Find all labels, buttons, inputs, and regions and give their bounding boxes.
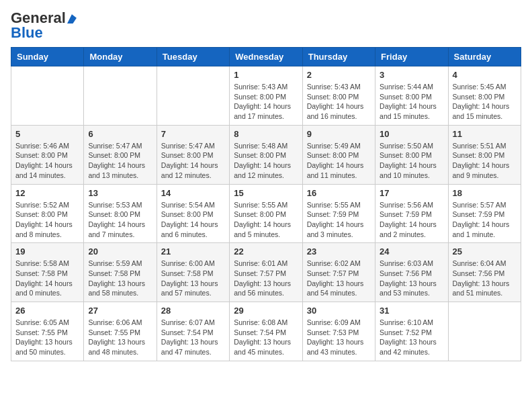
day-info: Sunrise: 5:48 AM Sunset: 8:00 PM Dayligh… <box>234 141 298 181</box>
calendar-cell: 20Sunrise: 5:59 AM Sunset: 7:58 PM Dayli… <box>84 243 157 302</box>
day-number: 15 <box>234 188 298 198</box>
calendar-week-row: 12Sunrise: 5:52 AM Sunset: 8:00 PM Dayli… <box>11 184 521 243</box>
day-info: Sunrise: 6:10 AM Sunset: 7:52 PM Dayligh… <box>380 318 443 357</box>
logo: General Blue <box>11 11 77 40</box>
calendar-table: SundayMondayTuesdayWednesdayThursdayFrid… <box>11 47 521 361</box>
day-number: 10 <box>380 129 443 139</box>
calendar-cell: 30Sunrise: 6:09 AM Sunset: 7:53 PM Dayli… <box>302 302 375 361</box>
calendar-cell: 15Sunrise: 5:55 AM Sunset: 8:00 PM Dayli… <box>230 184 302 243</box>
calendar-week-row: 26Sunrise: 6:05 AM Sunset: 7:55 PM Dayli… <box>11 302 521 361</box>
calendar-cell: 11Sunrise: 5:51 AM Sunset: 8:00 PM Dayli… <box>448 125 521 184</box>
day-info: Sunrise: 5:54 AM Sunset: 8:00 PM Dayligh… <box>161 200 225 240</box>
calendar-cell: 28Sunrise: 6:07 AM Sunset: 7:54 PM Dayli… <box>157 302 229 361</box>
day-info: Sunrise: 6:08 AM Sunset: 7:54 PM Dayligh… <box>234 318 298 357</box>
calendar-cell: 12Sunrise: 5:52 AM Sunset: 8:00 PM Dayli… <box>11 184 84 243</box>
logo-icon <box>67 14 77 24</box>
day-info: Sunrise: 6:02 AM Sunset: 7:57 PM Dayligh… <box>307 259 371 298</box>
calendar-cell: 26Sunrise: 6:05 AM Sunset: 7:55 PM Dayli… <box>11 302 84 361</box>
day-info: Sunrise: 6:07 AM Sunset: 7:54 PM Dayligh… <box>161 318 225 357</box>
logo-blue-text: Blue <box>11 24 43 41</box>
day-number: 13 <box>88 188 152 198</box>
day-number: 16 <box>307 188 371 198</box>
day-number: 4 <box>453 70 517 80</box>
day-info: Sunrise: 5:58 AM Sunset: 7:58 PM Dayligh… <box>15 259 79 298</box>
day-info: Sunrise: 5:43 AM Sunset: 8:00 PM Dayligh… <box>307 82 371 122</box>
day-info: Sunrise: 5:44 AM Sunset: 8:00 PM Dayligh… <box>380 82 443 122</box>
calendar-cell: 24Sunrise: 6:03 AM Sunset: 7:56 PM Dayli… <box>375 243 448 302</box>
day-info: Sunrise: 5:50 AM Sunset: 8:00 PM Dayligh… <box>380 141 443 181</box>
day-info: Sunrise: 5:47 AM Sunset: 8:00 PM Dayligh… <box>88 141 152 181</box>
day-number: 5 <box>15 129 79 139</box>
day-number: 28 <box>161 306 225 316</box>
calendar-cell: 19Sunrise: 5:58 AM Sunset: 7:58 PM Dayli… <box>11 243 84 302</box>
day-number: 20 <box>88 246 152 257</box>
day-info: Sunrise: 5:47 AM Sunset: 8:00 PM Dayligh… <box>161 141 225 181</box>
day-number: 27 <box>88 306 152 316</box>
calendar-cell <box>11 66 84 126</box>
day-number: 31 <box>380 306 443 316</box>
day-number: 6 <box>88 129 152 139</box>
calendar-cell: 3Sunrise: 5:44 AM Sunset: 8:00 PM Daylig… <box>375 66 448 126</box>
calendar-cell: 25Sunrise: 6:04 AM Sunset: 7:56 PM Dayli… <box>448 243 521 302</box>
day-number: 14 <box>161 188 225 198</box>
day-info: Sunrise: 5:56 AM Sunset: 7:59 PM Dayligh… <box>380 200 443 240</box>
day-info: Sunrise: 6:04 AM Sunset: 7:56 PM Dayligh… <box>453 259 517 298</box>
day-number: 12 <box>15 188 79 198</box>
day-number: 26 <box>15 306 79 316</box>
day-info: Sunrise: 6:01 AM Sunset: 7:57 PM Dayligh… <box>234 259 298 298</box>
calendar-week-row: 1Sunrise: 5:43 AM Sunset: 8:00 PM Daylig… <box>11 66 521 126</box>
day-number: 23 <box>307 246 371 257</box>
calendar-day-header: Monday <box>84 48 157 66</box>
day-info: Sunrise: 5:51 AM Sunset: 8:00 PM Dayligh… <box>453 141 517 181</box>
calendar-day-header: Saturday <box>448 48 521 66</box>
calendar-cell <box>448 302 521 361</box>
calendar-cell: 13Sunrise: 5:53 AM Sunset: 8:00 PM Dayli… <box>84 184 157 243</box>
calendar-cell: 7Sunrise: 5:47 AM Sunset: 8:00 PM Daylig… <box>157 125 229 184</box>
day-number: 18 <box>453 188 517 198</box>
calendar-day-header: Thursday <box>302 48 375 66</box>
calendar-cell: 8Sunrise: 5:48 AM Sunset: 8:00 PM Daylig… <box>230 125 302 184</box>
day-info: Sunrise: 5:45 AM Sunset: 8:00 PM Dayligh… <box>453 82 517 122</box>
day-number: 11 <box>453 129 517 139</box>
day-number: 21 <box>161 246 225 257</box>
calendar-week-row: 19Sunrise: 5:58 AM Sunset: 7:58 PM Dayli… <box>11 243 521 302</box>
calendar-day-header: Sunday <box>11 48 84 66</box>
calendar-cell: 18Sunrise: 5:57 AM Sunset: 7:59 PM Dayli… <box>448 184 521 243</box>
calendar-week-row: 5Sunrise: 5:46 AM Sunset: 8:00 PM Daylig… <box>11 125 521 184</box>
calendar-cell: 17Sunrise: 5:56 AM Sunset: 7:59 PM Dayli… <box>375 184 448 243</box>
calendar-cell: 31Sunrise: 6:10 AM Sunset: 7:52 PM Dayli… <box>375 302 448 361</box>
day-number: 24 <box>380 246 443 257</box>
calendar-cell: 16Sunrise: 5:55 AM Sunset: 7:59 PM Dayli… <box>302 184 375 243</box>
calendar-cell: 2Sunrise: 5:43 AM Sunset: 8:00 PM Daylig… <box>302 66 375 126</box>
calendar-cell: 27Sunrise: 6:06 AM Sunset: 7:55 PM Dayli… <box>84 302 157 361</box>
calendar-cell: 29Sunrise: 6:08 AM Sunset: 7:54 PM Dayli… <box>230 302 302 361</box>
day-number: 9 <box>307 129 371 139</box>
calendar-cell: 9Sunrise: 5:49 AM Sunset: 8:00 PM Daylig… <box>302 125 375 184</box>
day-number: 29 <box>234 306 298 316</box>
day-number: 22 <box>234 246 298 257</box>
day-number: 30 <box>307 306 371 316</box>
page-header: General Blue <box>11 11 521 40</box>
day-number: 3 <box>380 70 443 80</box>
calendar-day-header: Wednesday <box>230 48 302 66</box>
day-number: 25 <box>453 246 517 257</box>
calendar-day-header: Tuesday <box>157 48 229 66</box>
day-number: 1 <box>234 70 298 80</box>
day-info: Sunrise: 6:00 AM Sunset: 7:58 PM Dayligh… <box>161 259 225 298</box>
calendar-day-header: Friday <box>375 48 448 66</box>
calendar-cell: 21Sunrise: 6:00 AM Sunset: 7:58 PM Dayli… <box>157 243 229 302</box>
calendar-cell <box>84 66 157 126</box>
calendar-cell <box>157 66 229 126</box>
day-number: 2 <box>307 70 371 80</box>
day-info: Sunrise: 5:46 AM Sunset: 8:00 PM Dayligh… <box>15 141 79 181</box>
day-info: Sunrise: 5:55 AM Sunset: 8:00 PM Dayligh… <box>234 200 298 240</box>
day-info: Sunrise: 5:57 AM Sunset: 7:59 PM Dayligh… <box>453 200 517 240</box>
day-info: Sunrise: 6:05 AM Sunset: 7:55 PM Dayligh… <box>15 318 79 357</box>
day-info: Sunrise: 6:03 AM Sunset: 7:56 PM Dayligh… <box>380 259 443 298</box>
day-info: Sunrise: 5:43 AM Sunset: 8:00 PM Dayligh… <box>234 82 298 122</box>
day-number: 17 <box>380 188 443 198</box>
calendar-cell: 4Sunrise: 5:45 AM Sunset: 8:00 PM Daylig… <box>448 66 521 126</box>
day-info: Sunrise: 5:59 AM Sunset: 7:58 PM Dayligh… <box>88 259 152 298</box>
calendar-cell: 14Sunrise: 5:54 AM Sunset: 8:00 PM Dayli… <box>157 184 229 243</box>
calendar-cell: 10Sunrise: 5:50 AM Sunset: 8:00 PM Dayli… <box>375 125 448 184</box>
